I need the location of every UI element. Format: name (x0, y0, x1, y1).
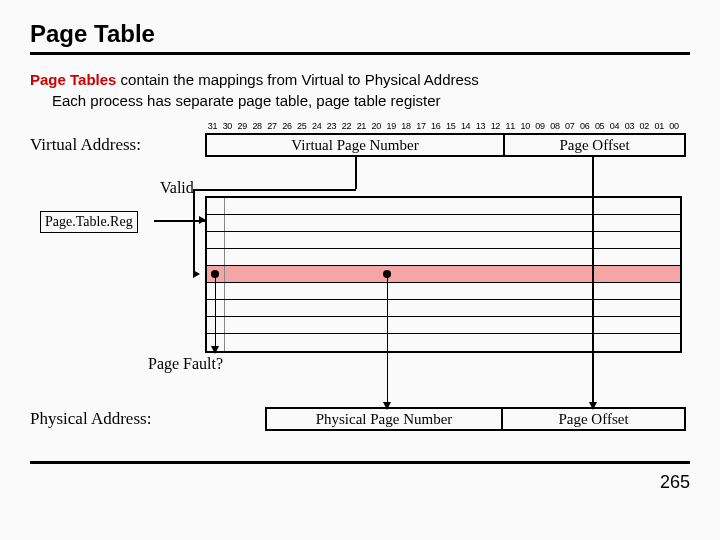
diagram: 3130292827262524232221201918171615141312… (30, 121, 690, 461)
bit-label: 25 (294, 121, 309, 131)
index-arrow-head (193, 270, 200, 278)
bit-label: 04 (607, 121, 622, 131)
valid-line (215, 276, 217, 348)
bit-label: 11 (503, 121, 518, 131)
bit-label: 29 (235, 121, 250, 131)
bit-label: 17 (413, 121, 428, 131)
bit-label: 30 (220, 121, 235, 131)
physical-address-label: Physical Address: (30, 409, 205, 429)
bit-label: 12 (488, 121, 503, 131)
virtual-address-row: Virtual Address: Virtual Page Number Pag… (30, 133, 686, 157)
virtual-address-box: Virtual Page Number Page Offset (205, 133, 686, 157)
page-table (205, 196, 682, 353)
title-rule (30, 52, 690, 55)
body-line2: Each process has separate page table, pa… (52, 92, 441, 109)
bit-label: 20 (369, 121, 384, 131)
physical-address-row: Physical Address: Physical Page Number P… (30, 407, 686, 431)
page-fault-label: Page Fault? (148, 355, 223, 373)
body-text: Page Tables contain the mappings from Vi… (30, 69, 690, 111)
bit-label: 19 (384, 121, 399, 131)
bit-label: 10 (518, 121, 533, 131)
ptr-arrow-line (154, 220, 205, 222)
bit-label: 31 (205, 121, 220, 131)
page-offset-field: Page Offset (505, 135, 684, 155)
offset-line (592, 157, 594, 404)
page-number: 265 (30, 472, 690, 493)
body-line1: contain the mappings from Virtual to Phy… (116, 71, 478, 88)
bit-label: 08 (547, 121, 562, 131)
ppn-line (387, 276, 389, 404)
bit-label: 00 (667, 121, 682, 131)
bit-label: 28 (250, 121, 265, 131)
bit-label: 05 (592, 121, 607, 131)
bit-label: 27 (265, 121, 280, 131)
page-offset-field-2: Page Offset (503, 409, 684, 429)
bit-label: 13 (473, 121, 488, 131)
valid-label: Valid (160, 179, 194, 197)
bit-label: 15 (443, 121, 458, 131)
bit-label: 01 (652, 121, 667, 131)
bit-label: 22 (339, 121, 354, 131)
valid-arrow-head (211, 346, 219, 354)
index-line-v2 (193, 189, 195, 274)
bit-label: 02 (637, 121, 652, 131)
index-line-h (193, 189, 356, 191)
body-emphasis: Page Tables (30, 71, 116, 88)
bit-label: 16 (428, 121, 443, 131)
bit-label: 14 (458, 121, 473, 131)
page-table-reg: Page.Table.Reg (40, 211, 138, 233)
physical-address-box: Physical Page Number Page Offset (265, 407, 686, 431)
bit-label: 18 (399, 121, 414, 131)
selected-pte (207, 266, 680, 283)
footer-rule (30, 461, 690, 464)
bit-label: 09 (533, 121, 548, 131)
bit-label: 07 (562, 121, 577, 131)
index-line-v1 (355, 157, 357, 189)
bit-label: 21 (354, 121, 369, 131)
vpn-field: Virtual Page Number (207, 135, 505, 155)
virtual-address-label: Virtual Address: (30, 135, 205, 155)
bit-ruler: 3130292827262524232221201918171615141312… (205, 121, 682, 131)
bit-label: 26 (279, 121, 294, 131)
bit-label: 06 (577, 121, 592, 131)
bit-label: 23 (324, 121, 339, 131)
bit-label: 24 (309, 121, 324, 131)
bit-label: 03 (622, 121, 637, 131)
ppn-field: Physical Page Number (267, 409, 503, 429)
slide-title: Page Table (30, 20, 690, 48)
